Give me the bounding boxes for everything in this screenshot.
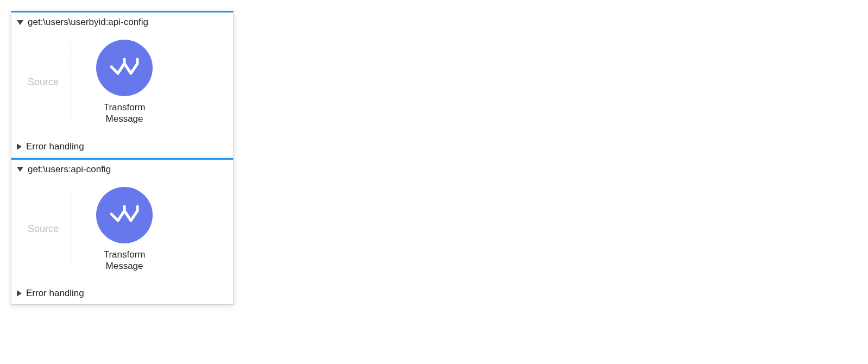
error-handling-section[interactable]: Error handling [11, 285, 233, 304]
flow-panel: get:\users\userbyid:api-config Source Tr… [11, 11, 234, 158]
flow-canvas: get:\users\userbyid:api-config Source Tr… [11, 11, 234, 305]
source-divider [71, 44, 71, 120]
source-slot[interactable]: Source [18, 77, 71, 88]
flow-panel: get:\users:api-config Source Transform M… [11, 158, 234, 305]
source-divider [71, 191, 71, 267]
error-handling-label: Error handling [26, 288, 84, 299]
flow-body: Source Transform Message [11, 32, 233, 138]
chevron-down-icon [17, 167, 23, 172]
flow-body: Source Transform Message [11, 179, 233, 285]
component-label: Transform Message [104, 102, 146, 125]
source-slot[interactable]: Source [18, 223, 71, 235]
transform-message-component[interactable]: Transform Message [96, 40, 153, 125]
flow-header[interactable]: get:\users\userbyid:api-config [11, 12, 233, 32]
transform-icon [96, 187, 153, 243]
chevron-down-icon [17, 20, 23, 25]
transform-icon [96, 40, 153, 96]
error-handling-label: Error handling [26, 141, 84, 152]
chevron-right-icon [17, 290, 22, 297]
dataweave-icon [110, 57, 139, 79]
flow-title: get:\users\userbyid:api-config [28, 17, 148, 28]
component-label: Transform Message [104, 249, 146, 272]
dataweave-icon [110, 204, 139, 227]
error-handling-section[interactable]: Error handling [11, 138, 233, 158]
chevron-right-icon [17, 143, 22, 150]
flow-title: get:\users:api-config [28, 164, 111, 175]
flow-header[interactable]: get:\users:api-config [11, 160, 233, 179]
transform-message-component[interactable]: Transform Message [96, 187, 153, 272]
